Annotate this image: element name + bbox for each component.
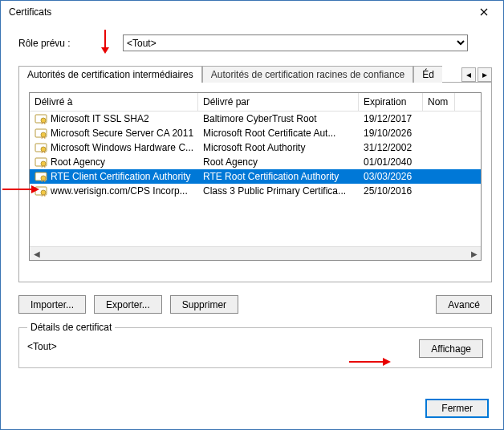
tab-trusted-root-cas[interactable]: Autorités de certification racines de co… bbox=[202, 66, 413, 83]
export-button[interactable]: Exporter... bbox=[94, 295, 162, 314]
svg-point-5 bbox=[41, 147, 46, 152]
tab-intermediate-cas[interactable]: Autorités de certification intermédiaire… bbox=[18, 66, 202, 83]
col-issued-by[interactable]: Délivré par bbox=[198, 93, 359, 111]
tab-scroll-left[interactable]: ◂ bbox=[461, 67, 476, 82]
svg-point-1 bbox=[41, 118, 46, 123]
titlebar: Certificats bbox=[1, 1, 503, 23]
cert-details-value: <Tout> bbox=[27, 339, 419, 352]
col-expiration[interactable]: Expiration bbox=[359, 93, 423, 111]
tabstrip: Autorités de certification intermédiaire… bbox=[18, 63, 492, 82]
role-select[interactable]: <Tout> bbox=[123, 34, 468, 51]
svg-point-7 bbox=[41, 161, 46, 166]
col-name[interactable]: Nom bbox=[423, 93, 455, 111]
view-button[interactable]: Affichage bbox=[419, 339, 483, 358]
window-title: Certificats bbox=[9, 6, 468, 18]
svg-point-9 bbox=[41, 176, 46, 181]
import-button[interactable]: Importer... bbox=[18, 295, 86, 314]
svg-point-3 bbox=[41, 132, 46, 137]
tab-pane: Délivré à Délivré par Expiration Nom Mic… bbox=[18, 82, 492, 282]
cert-details-legend: Détails de certificat bbox=[27, 322, 115, 333]
scroll-right-icon[interactable]: ▶ bbox=[467, 247, 481, 261]
certificates-dialog: Certificats Rôle prévu : <Tout> Autorité… bbox=[0, 0, 504, 430]
close-icon[interactable] bbox=[468, 2, 500, 22]
tab-partial[interactable]: Éd bbox=[413, 66, 442, 83]
close-button[interactable]: Fermer bbox=[425, 399, 489, 418]
h-scrollbar[interactable]: ◀ ▶ bbox=[30, 246, 481, 260]
listview-body[interactable]: Microsoft IT SSL SHA2Baltimore CyberTrus… bbox=[30, 112, 481, 246]
delete-button[interactable]: Supprimer bbox=[170, 295, 238, 314]
tab-scroll-right[interactable]: ▸ bbox=[478, 67, 492, 82]
advanced-button[interactable]: Avancé bbox=[436, 295, 492, 314]
cert-listview[interactable]: Délivré à Délivré par Expiration Nom Mic… bbox=[29, 92, 482, 261]
table-row[interactable]: Microsoft IT SSL SHA2Baltimore CyberTrus… bbox=[30, 112, 481, 126]
table-row[interactable]: Root AgencyRoot Agency01/01/2040 bbox=[30, 155, 481, 169]
table-row[interactable]: www.verisign.com/CPS Incorp...Class 3 Pu… bbox=[30, 184, 481, 198]
table-row[interactable]: RTE Client Certification AuthorityRTE Ro… bbox=[30, 169, 481, 184]
listview-header[interactable]: Délivré à Délivré par Expiration Nom bbox=[30, 93, 481, 112]
col-issued-to[interactable]: Délivré à bbox=[30, 93, 198, 111]
svg-point-11 bbox=[41, 190, 46, 195]
cert-details-group: Détails de certificat <Tout> Affichage bbox=[18, 322, 492, 368]
scroll-left-icon[interactable]: ◀ bbox=[30, 247, 43, 261]
table-row[interactable]: Microsoft Windows Hardware C...Microsoft… bbox=[30, 140, 481, 155]
table-row[interactable]: Microsoft Secure Server CA 2011Microsoft… bbox=[30, 126, 481, 140]
role-label: Rôle prévu : bbox=[18, 38, 123, 49]
